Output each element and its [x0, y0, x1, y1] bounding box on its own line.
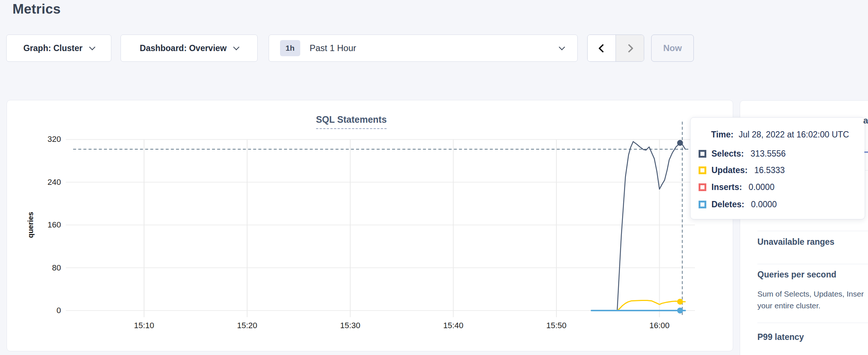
time-range-dropdown[interactable]: 1h Past 1 Hour [269, 35, 578, 62]
tooltip-time-label: Time: [711, 130, 734, 140]
time-range-label: Past 1 Hour [310, 43, 560, 53]
page-title: Metrics [12, 1, 61, 17]
inserts-value: 0.0000 [749, 182, 774, 192]
time-range-badge: 1h [280, 40, 300, 56]
inserts-label: Inserts: [711, 182, 742, 192]
now-button[interactable]: Now [651, 35, 694, 62]
chevron-down-icon [233, 44, 239, 50]
chevron-down-icon [559, 44, 565, 50]
tooltip-time-row: Time: Jul 28, 2022 at 16:02:00 UTC [711, 130, 849, 140]
selects-label: Selects: [711, 149, 744, 159]
sql-statements-chart-card: SQL Statements queries 320240160800 15:1… [7, 100, 733, 351]
deletes-legend-swatch [699, 201, 706, 208]
graph-scope-dropdown[interactable]: Graph: Cluster [6, 35, 111, 62]
chart-hover-tooltip: Time: Jul 28, 2022 at 16:02:00 UTC Selec… [690, 117, 865, 219]
tooltip-row-selects: Selects: 313.5556 [699, 149, 786, 158]
summary-qps-description-line2: your entire cluster. [757, 301, 821, 310]
y-tick-label: 80 [7, 263, 61, 273]
x-tick-label: 15:20 [231, 321, 264, 330]
clipped-blue-fragment [864, 151, 868, 153]
tooltip-row-inserts: Inserts: 0.0000 [699, 182, 774, 192]
dashboard-label: Dashboard: Overview [140, 43, 226, 53]
y-tick-label: 320 [7, 134, 61, 144]
y-tick-label: 160 [7, 220, 61, 230]
chevron-left-icon [598, 44, 607, 53]
graph-scope-label: Graph: Cluster [23, 43, 82, 53]
summary-p99-latency-heading: P99 latency [757, 332, 804, 342]
deletes-label: Deletes: [711, 200, 744, 209]
updates-value: 16.5333 [754, 165, 785, 175]
divider [757, 264, 868, 264]
divider [757, 231, 868, 231]
dashboard-dropdown[interactable]: Dashboard: Overview [121, 35, 258, 62]
chevron-right-icon [624, 44, 633, 53]
x-tick-label: 15:40 [437, 321, 470, 330]
clipped-text-fragment: a [863, 115, 868, 126]
x-tick-label: 15:50 [540, 321, 573, 330]
x-tick-label: 15:10 [128, 321, 161, 330]
summary-qps-heading: Queries per second [757, 270, 836, 280]
deletes-value: 0.0000 [751, 200, 776, 209]
updates-label: Updates: [711, 165, 747, 175]
summary-qps-description-line1: Sum of Selects, Updates, Inser [757, 290, 864, 298]
metrics-page: { "header": { "title": "Metrics" }, "too… [0, 0, 868, 355]
summary-unavailable-ranges-heading: Unavailable ranges [757, 237, 835, 247]
time-prev-button[interactable] [588, 35, 616, 61]
time-next-button[interactable] [616, 35, 644, 61]
divider [757, 323, 868, 323]
selects-legend-swatch [699, 150, 706, 158]
chevron-down-icon [89, 44, 95, 50]
tooltip-row-deletes: Deletes: 0.0000 [699, 200, 777, 209]
time-pager [587, 35, 644, 62]
y-tick-label: 240 [7, 177, 61, 187]
x-tick-label: 15:30 [334, 321, 367, 330]
y-tick-label: 0 [7, 305, 61, 316]
selects-value: 313.5556 [750, 149, 786, 159]
tooltip-time-value: Jul 28, 2022 at 16:02:00 UTC [739, 130, 849, 140]
updates-legend-swatch [699, 166, 706, 174]
inserts-legend-swatch [699, 183, 706, 191]
tooltip-row-updates: Updates: 16.5333 [699, 165, 785, 175]
chart-plot-area[interactable] [66, 118, 695, 320]
x-tick-label: 16:00 [643, 321, 676, 330]
